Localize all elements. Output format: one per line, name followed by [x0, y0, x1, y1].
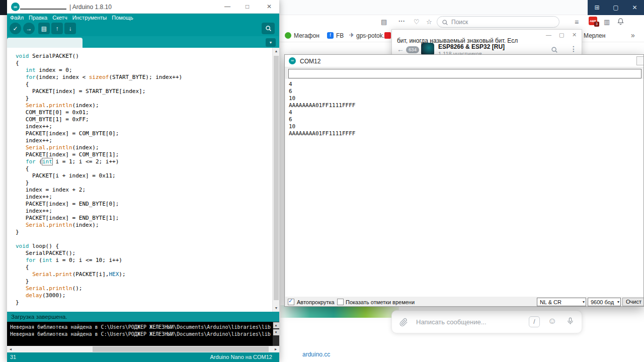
message-input-placeholder: Написать сообщение...	[416, 318, 487, 326]
close-window-icon[interactable]: ✕	[632, 4, 637, 11]
scroll-up-icon[interactable]: ▲	[273, 322, 279, 328]
code-line: for(index; index < sizeof(START_BYTE); i…	[16, 74, 182, 81]
scrollbar-thumb[interactable]	[274, 56, 279, 300]
bookmark-megafon[interactable]: Мегафон	[294, 32, 319, 39]
console-scrollbar[interactable]: ▲ ▼	[273, 322, 279, 346]
microphone-icon[interactable]	[566, 317, 575, 325]
baud-rate-select[interactable]: 9600 бод ▾	[588, 298, 621, 306]
scroll-right-icon[interactable]: ▸	[273, 346, 279, 352]
menu-edit[interactable]: Правка	[29, 15, 47, 21]
search-icon	[442, 19, 448, 26]
minimize-icon[interactable]: —	[224, 3, 230, 10]
tab-dropdown-button[interactable]: ▼	[266, 38, 276, 47]
more-icon[interactable]: ···	[398, 17, 405, 25]
new-sketch-button[interactable]: ▤	[38, 23, 50, 34]
search-placeholder: Поиск	[451, 19, 468, 26]
code-line: COM_BYTE[0] = 0x01;	[16, 109, 182, 116]
maximize-button[interactable]	[636, 56, 644, 65]
serial-output-line: 10	[289, 95, 355, 102]
code-line: index = index + 2;	[16, 187, 182, 194]
console: Неверная библиотека найдена в C:\Users\Р…	[7, 322, 279, 346]
code-line: index++;	[16, 137, 182, 144]
code-line: Serial.println(index);	[16, 102, 182, 109]
bookmark-m-icon	[384, 32, 391, 39]
editor-scrollbar[interactable]: ▲ ▼	[272, 48, 279, 312]
upload-button[interactable]: →	[23, 23, 35, 34]
serial-output-line: AAAAAAAA01FF1111FFFF	[289, 130, 355, 137]
serial-output-line: AAAAAAAA01FF1111FFFF	[289, 102, 355, 109]
open-icon: ↑	[56, 25, 59, 32]
verify-button[interactable]: ✓	[10, 23, 21, 34]
unread-badge: 634	[406, 46, 419, 53]
code-line: PACKET[index] = END_BYTE[1];	[16, 215, 182, 222]
line-ending-select[interactable]: NL & CR ▾	[537, 298, 586, 306]
menu-tools[interactable]: Инструменты	[72, 15, 107, 21]
menu-bar: Файл Правка Скетч Инструменты Помощь	[7, 14, 279, 21]
menu-file[interactable]: Файл	[10, 15, 24, 21]
timestamps-checkbox[interactable]	[337, 299, 344, 305]
serial-send-input[interactable]	[288, 69, 641, 78]
close-icon[interactable]: ✕	[267, 3, 272, 10]
maximize-icon[interactable]: □	[246, 3, 249, 10]
serial-output-lines: 4610AAAAAAAA01FF1111FFFF4610AAAAAAAA01FF…	[289, 81, 355, 137]
bot-commands-button[interactable]: /	[529, 316, 540, 327]
chat-image[interactable]	[280, 305, 399, 318]
bookmark-gps-icon: ✈	[349, 32, 354, 39]
sidebar-panels-icon[interactable]: ▥	[604, 18, 610, 26]
serial-output-area[interactable]: 4610AAAAAAAA01FF1111FFFF4610AAAAAAAA01FF…	[285, 79, 644, 297]
minimize-icon[interactable]: —	[546, 32, 551, 38]
tab-bar: ▼	[7, 36, 279, 48]
save-icon: ↓	[69, 25, 72, 32]
code-area[interactable]: void SerialPACKET(){ int index = 0; for(…	[16, 53, 182, 306]
scroll-down-icon[interactable]: ▼	[273, 305, 279, 312]
serial-monitor-button[interactable]	[262, 23, 275, 34]
open-button[interactable]: ↑	[51, 23, 63, 34]
scroll-down-icon[interactable]: ▼	[273, 329, 279, 335]
chat-menu-icon[interactable]: ⋮	[570, 45, 577, 53]
code-editor[interactable]: void SerialPACKET(){ int index = 0; for(…	[7, 48, 279, 312]
serial-output-line: 4	[289, 109, 355, 116]
autoscroll-checkbox[interactable]: ✓	[288, 299, 294, 305]
sketch-tab[interactable]	[7, 38, 83, 48]
code-line: Serial.println();	[16, 285, 182, 292]
window-title: | Arduino 1.8.10	[69, 4, 112, 11]
menu-sketch[interactable]: Скетч	[52, 15, 67, 21]
cursor-line-number: 31	[10, 354, 16, 360]
collections-icon[interactable]: ≡	[575, 18, 579, 26]
back-icon[interactable]: ←	[397, 45, 404, 53]
apps-icon[interactable]: ⊞	[594, 4, 599, 11]
code-line: COM_BYTE[1] = 0xFF;	[16, 116, 182, 123]
chat-link[interactable]: arduino.cc	[302, 351, 330, 358]
scrollbar-thumb[interactable]	[93, 346, 269, 352]
attach-paperclip-icon[interactable]	[399, 317, 409, 327]
restore-icon[interactable]: ▢	[559, 32, 564, 38]
code-line: {	[16, 81, 182, 88]
clear-output-button[interactable]: Очист	[622, 298, 644, 306]
emoji-smiley-icon[interactable]: ☺	[548, 316, 556, 326]
code-line: }	[16, 299, 182, 306]
favorites-heart-icon[interactable]: ♡	[414, 18, 420, 26]
check-icon: ✓	[288, 298, 293, 304]
browser-search-input[interactable]: Поиск	[437, 16, 559, 28]
notifications-bell-icon[interactable]	[617, 18, 624, 25]
page-icon[interactable]: ▤	[381, 18, 387, 26]
save-button[interactable]: ↓	[64, 23, 76, 34]
console-line: Неверная библиотека найдена в C:\Users\Р…	[10, 324, 271, 330]
chat-search-icon[interactable]	[551, 46, 558, 53]
serial-output-line: 6	[289, 88, 355, 95]
scroll-up-icon[interactable]: ▲	[273, 48, 279, 55]
code-line: void SerialPACKET()	[16, 53, 182, 60]
telegram-window: — ▢ ✕ бит, иногда называемый знаковый би…	[391, 29, 582, 56]
scroll-left-icon[interactable]: ◂	[8, 346, 14, 352]
close-icon[interactable]: ✕	[572, 32, 577, 38]
restore-window-icon[interactable]: ▢	[613, 4, 618, 11]
horizontal-scrollbar[interactable]: ◂ ▸	[7, 346, 279, 352]
chat-message-input[interactable]: Написать сообщение... / ☺	[391, 310, 582, 333]
bookmarks-overflow-icon[interactable]: »	[631, 31, 635, 39]
line-ending-value: NL & CR	[540, 299, 561, 305]
bookmark-merlen[interactable]: Мерлен	[584, 32, 605, 39]
bookmark-star-icon[interactable]: ☆	[426, 18, 432, 26]
bookmark-fb[interactable]: FB	[336, 32, 344, 39]
arduino-logo-icon: ∞	[11, 3, 20, 11]
menu-help[interactable]: Помощь	[112, 15, 133, 21]
